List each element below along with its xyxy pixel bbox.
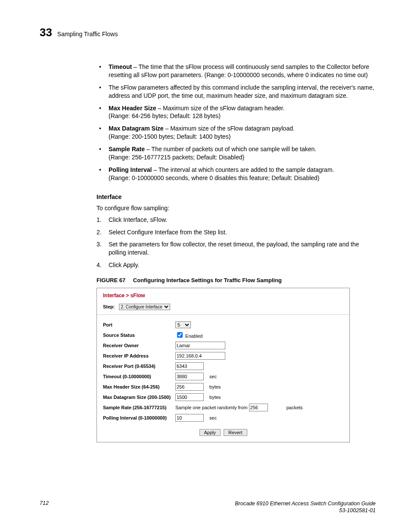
figure-label: FIGURE 67	[97, 277, 125, 283]
body-content: Timeout – The time that the sFlow proces…	[97, 63, 376, 442]
receiver-ip-input[interactable]	[175, 352, 225, 360]
max-datagram-input[interactable]	[175, 393, 204, 401]
step-label: Step:	[103, 304, 115, 309]
figure-caption: FIGURE 67 Configuring Interface Settings…	[97, 277, 376, 283]
section-title: Sampling Traffic Flows	[57, 31, 118, 37]
interface-heading: Interface	[97, 193, 376, 200]
receiver-port-input[interactable]	[175, 362, 204, 370]
row-receiver-owner: Receiver Owner	[103, 340, 305, 351]
figure-title: Configuring Interface Settings for Traff…	[133, 277, 282, 283]
row-max-datagram: Max Datagram Size (200-1500) bytes	[103, 392, 305, 402]
port-select[interactable]: 5	[175, 321, 191, 328]
page-header: 33 Sampling Traffic Flows	[40, 26, 376, 39]
param-bullets: Timeout – The time that the sFlow proces…	[97, 63, 376, 182]
polling-input[interactable]	[175, 414, 204, 422]
interface-intro: To configure flow sampling:	[97, 205, 376, 212]
source-status-checkbox[interactable]	[177, 332, 183, 338]
step-1: 1.Click Interface, sFlow.	[97, 216, 376, 224]
row-receiver-ip: Receiver IP Address	[103, 351, 305, 361]
row-receiver-port: Receiver Port (0-65534)	[103, 361, 305, 371]
enabled-text: Enabled	[185, 333, 202, 339]
bullet-max-header: Max Header Size – Maximum size of the sF…	[97, 104, 376, 121]
row-sample-rate: Sample Rate (256-16777215) Sample one pa…	[103, 402, 305, 413]
max-header-input[interactable]	[175, 383, 204, 391]
row-port: Port 5	[103, 320, 305, 330]
bullet-max-datagram: Max Datagram Size – Maximum size of the …	[97, 124, 376, 141]
step-3: 3.Set the parameters for flow collector,…	[97, 240, 376, 257]
page-footer: 712 Brocade 6910 Ethernet Access Switch …	[40, 500, 376, 514]
step-2: 2.Select Configure Interface from the St…	[97, 228, 376, 236]
config-screenshot: Interface > sFlow Step: 2. Configure Int…	[97, 288, 350, 442]
bullet-timeout: Timeout – The time that the sFlow proces…	[97, 63, 376, 79]
step-row: Step: 2. Configure Interface	[97, 302, 349, 315]
revert-button[interactable]: Revert	[224, 429, 247, 436]
bullet-polling: Polling Interval – The interval at which…	[97, 166, 376, 182]
row-timeout: Timeout (0-10000000) sec	[103, 371, 305, 382]
form-table: Port 5 Source Status Enabled Receiv	[103, 320, 305, 423]
button-row: Apply Revert	[97, 429, 349, 436]
row-max-header: Max Header Size (64-256) bytes	[103, 382, 305, 392]
interface-steps: 1.Click Interface, sFlow. 2.Select Confi…	[97, 216, 376, 269]
page-number: 712	[40, 500, 49, 506]
step-4: 4.Click Apply.	[97, 261, 376, 269]
breadcrumb: Interface > sFlow	[97, 288, 349, 302]
row-polling: Polling Interval (0-10000000) sec	[103, 413, 305, 423]
chapter-number: 33	[40, 26, 52, 39]
bullet-sflow-params: The sFlow parameters affected by this co…	[97, 84, 376, 100]
sample-rate-input[interactable]	[249, 404, 268, 411]
timeout-input[interactable]	[175, 373, 204, 380]
bullet-sample-rate: Sample Rate – The number of packets out …	[97, 145, 376, 162]
row-source-status: Source Status Enabled	[103, 330, 305, 340]
apply-button[interactable]: Apply	[199, 429, 221, 436]
step-select[interactable]: 2. Configure Interface	[119, 304, 170, 310]
receiver-owner-input[interactable]	[175, 342, 225, 349]
footer-guide: Brocade 6910 Ethernet Access Switch Conf…	[235, 500, 376, 514]
